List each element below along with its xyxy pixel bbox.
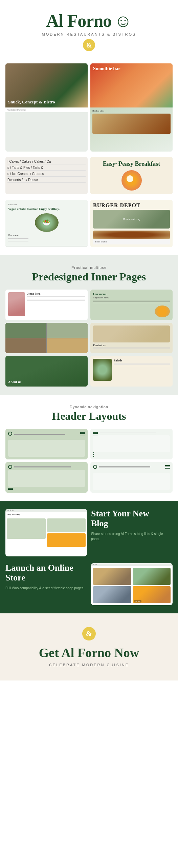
blog-mock-header — [5, 509, 87, 512]
booktable-mock: Book a table — [90, 107, 173, 152]
gallery-cell-1 — [5, 323, 46, 338]
inner-pages-grid: Jenna Ford Our menu Appetizers menu — [5, 290, 173, 387]
cta-amp-badge: & — [82, 627, 96, 640]
jenna-photo — [8, 292, 25, 316]
header-layout-2 — [90, 429, 173, 459]
vegan-title: Vegan artistic food bar. Enjoy healthily… — [8, 207, 85, 211]
header-layouts-label: Dynamic navigation — [5, 405, 173, 409]
header-burger-icon-2 — [93, 432, 98, 435]
header-nav-lines-4 — [99, 465, 163, 469]
vegan-menu-lines — [8, 238, 85, 241]
our-menu-lines — [93, 300, 170, 303]
blog-card-1 — [7, 518, 46, 539]
salads-food-image — [93, 359, 112, 381]
blog-cards-right — [47, 518, 86, 547]
gallery-cell-4 — [47, 338, 88, 353]
blog-card-2 — [47, 518, 86, 532]
vegan-burger-grid: Favorites Vegan artistic food bar. Enjoy… — [0, 197, 178, 250]
header-burger-icon-1 — [80, 432, 85, 435]
gallery-cell-2 — [47, 323, 88, 338]
snuck-bistro-screenshot: Snuck, Concept & Bistro Customer Favorit… — [5, 63, 88, 152]
burger-food-image — [93, 231, 170, 239]
snuck-title: Snuck, Concept & Bistro — [8, 99, 85, 105]
burger-restaurant-image: Mouth-watering — [93, 210, 170, 229]
header-layout-3-top — [8, 465, 85, 469]
store-description: Full Woo compatibility & a set of flexib… — [5, 586, 87, 591]
salads-title: Salads — [114, 359, 170, 362]
contact-map — [93, 326, 170, 342]
header-dots-2 — [93, 452, 170, 457]
burger-depot-title: BURGER DEPOT — [93, 202, 170, 209]
store-mock-header — [91, 563, 173, 566]
burger-book-label: Book a table — [93, 239, 170, 244]
salads-lines — [114, 363, 170, 366]
store-grid: Launch an Online Store Full Woo compatib… — [5, 563, 173, 605]
breakfast-food-image — [121, 170, 142, 191]
header-layout-2-content — [93, 435, 170, 452]
burger-mock: BURGER DEPOT Mouth-watering Book a table — [90, 200, 173, 247]
cakes-mock: | Cakes / Cakes / Cakes / Ca s / Tarts &… — [5, 157, 88, 194]
cakes-row-1: | Cakes / Cakes / Cakes / Ca — [7, 160, 86, 164]
cta-section: & Get Al Forno Now Celebrate Modern Cuis… — [0, 613, 178, 680]
header-layout-1-content — [8, 440, 85, 457]
vegan-mock: Favorites Vegan artistic food bar. Enjoy… — [5, 200, 88, 246]
store-text: Launch an Online Store Full Woo compatib… — [5, 563, 87, 590]
store-section: Launch an Online Store Full Woo compatib… — [5, 563, 173, 605]
gallery-mock — [5, 323, 88, 353]
salads-info: Salads — [114, 359, 170, 384]
customer-favorites-label: Customer Favorites — [5, 107, 88, 112]
jenna-lines — [27, 296, 85, 301]
blog-dot-3 — [12, 510, 14, 511]
vegan-menu-label: Our menu — [8, 234, 85, 237]
cakes-row-4: Desserts / s / Desse — [7, 178, 86, 183]
header-burger-icon-3 — [8, 488, 85, 490]
store-item-3 — [93, 586, 131, 603]
inner-pages-title: Predesigned Inner Pages — [5, 271, 173, 283]
store-mock: Egg sale — [91, 563, 173, 605]
burger-screenshot: BURGER DEPOT Mouth-watering Book a table — [90, 200, 173, 247]
contact-label: Contact us — [93, 344, 170, 347]
breakfast-mock: Easy~Peasy Breakfast — [90, 157, 173, 194]
header-logo-circle-3 — [8, 465, 12, 469]
gallery-cell-3 — [5, 338, 46, 353]
header-layout-4-content — [93, 473, 170, 490]
blog-grid: Blog Mastery Start Your New Blog Share s… — [5, 509, 173, 556]
header-layout-4-top — [93, 465, 170, 469]
contact-box: Contact us — [90, 323, 173, 353]
smoothie-screenshot: Smoothie bar Book a table — [90, 63, 173, 152]
header-nav-lines-1 — [14, 432, 78, 436]
vegan-favorites-label: Favorites — [8, 203, 85, 206]
contact-mock: Contact us — [90, 323, 173, 353]
snuck-mock: Snuck, Concept & Bistro — [5, 63, 88, 107]
top-screenshots-grid: Snuck, Concept & Bistro Customer Favorit… — [0, 61, 178, 154]
brand-subtitle: Modern Restaurants & Bistros — [7, 32, 171, 36]
salads-mock: Salads — [90, 356, 173, 387]
blog-mastery-label: Blog Mastery — [5, 512, 87, 517]
cakes-screenshot: | Cakes / Cakes / Cakes / Ca s / Tarts &… — [5, 157, 88, 194]
breakfast-screenshot: Easy~Peasy Breakfast — [90, 157, 173, 194]
header-burger-icon-4 — [165, 465, 170, 469]
about-box: About us — [5, 356, 88, 387]
jenna-name: Jenna Ford — [27, 292, 85, 295]
egg-sale-label: Egg sale — [134, 600, 141, 603]
our-menu-box: Our menu Appetizers menu — [90, 290, 173, 320]
blog-dot-2 — [10, 510, 11, 511]
contact-lines — [93, 348, 170, 349]
brand-name: Al Forno — [46, 11, 112, 31]
blog-mock: Blog Mastery — [5, 509, 87, 556]
header-nav-lines-2 — [100, 432, 170, 435]
our-menu-subtitle: Appetizers menu — [93, 296, 170, 299]
jenna-ford-mock: Jenna Ford — [5, 290, 88, 320]
header-layout-1 — [5, 429, 88, 459]
store-title: Launch an Online Store — [5, 563, 87, 583]
store-item-4: Egg sale — [133, 586, 171, 603]
cakes-row-2: s / Tarts & Pies / Tarts & — [7, 166, 86, 171]
burger-mouth-label: Mouth-watering — [123, 218, 140, 221]
store-dot-1 — [93, 564, 94, 565]
our-menu-mock: Our menu Appetizers menu — [90, 290, 173, 320]
blog-title: Start Your New Blog — [91, 509, 167, 528]
about-mock: About us — [5, 356, 88, 387]
header-logo-circle-4 — [93, 465, 97, 469]
our-menu-title: Our menu — [93, 292, 170, 296]
header-layout-3-content — [8, 470, 85, 487]
